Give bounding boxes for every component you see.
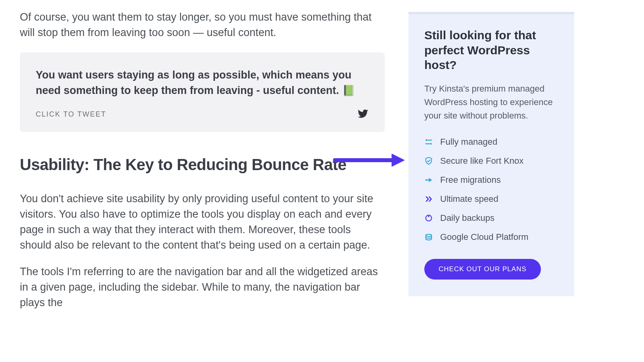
click-to-tweet-label[interactable]: CLICK TO TWEET xyxy=(36,110,106,119)
body-paragraph-2: The tools I'm referring to are the navig… xyxy=(20,264,385,310)
tweet-quote: You want users staying as long as possib… xyxy=(36,67,369,98)
svg-point-8 xyxy=(428,216,429,217)
feature-label: Google Cloud Platform xyxy=(440,232,529,242)
feature-item-secure: Secure like Fort Knox xyxy=(424,156,558,166)
feature-label: Daily backups xyxy=(440,213,494,223)
feature-item-gcp: Google Cloud Platform xyxy=(424,232,558,242)
backup-icon xyxy=(424,214,433,222)
book-icon: 📗 xyxy=(342,84,355,96)
intro-paragraph: Of course, you want them to stay longer,… xyxy=(20,10,385,40)
cloud-icon xyxy=(424,233,433,241)
promo-title: Still looking for that perfect WordPress… xyxy=(424,28,558,73)
svg-point-2 xyxy=(426,139,427,141)
feature-label: Fully managed xyxy=(440,137,497,147)
feature-label: Ultimate speed xyxy=(440,194,498,204)
feature-label: Secure like Fort Knox xyxy=(440,156,523,166)
annotation-arrow-icon xyxy=(333,152,404,168)
section-heading-usability: Usability: The Key to Reducing Bounce Ra… xyxy=(20,156,385,174)
shield-icon xyxy=(424,157,433,165)
check-plans-button[interactable]: CHECK OUT OUR PLANS xyxy=(424,259,541,280)
svg-marker-1 xyxy=(392,154,404,167)
svg-point-4 xyxy=(430,143,431,144)
twitter-icon[interactable] xyxy=(358,108,369,121)
feature-item-speed: Ultimate speed xyxy=(424,194,558,204)
feature-item-managed: Fully managed xyxy=(424,137,558,147)
speed-icon xyxy=(424,195,433,203)
promo-description: Try Kinsta's premium managed WordPress h… xyxy=(424,82,558,123)
svg-point-6 xyxy=(426,179,427,181)
promo-card: Still looking for that perfect WordPress… xyxy=(408,12,574,296)
sliders-icon xyxy=(424,138,433,146)
click-to-tweet-box[interactable]: You want users staying as long as possib… xyxy=(20,52,385,132)
body-paragraph-1: You don't achieve site usability by only… xyxy=(20,191,385,253)
feature-label: Free migrations xyxy=(440,175,501,185)
feature-item-migrations: Free migrations xyxy=(424,175,558,185)
migrate-icon xyxy=(424,176,433,184)
feature-list: Fully managed Secure like Fort Knox xyxy=(424,137,558,242)
svg-point-9 xyxy=(426,234,432,236)
feature-item-backups: Daily backups xyxy=(424,213,558,223)
